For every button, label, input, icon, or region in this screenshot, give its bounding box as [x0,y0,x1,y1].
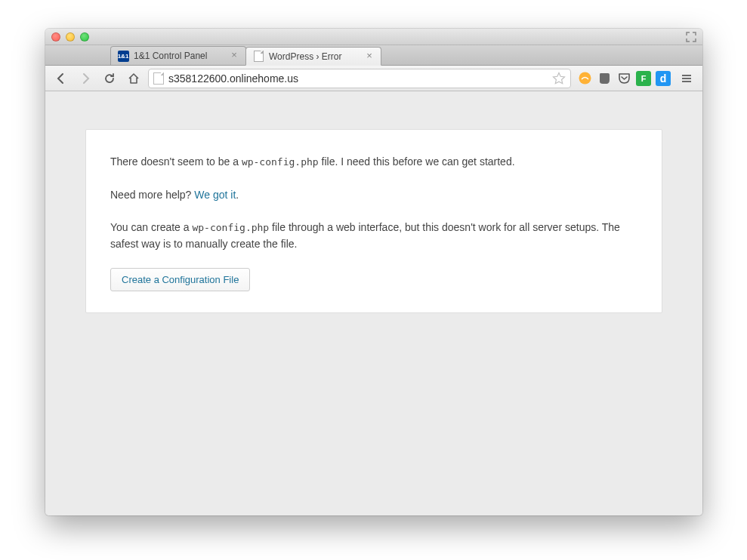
window-titlebar [45,29,702,45]
tab-title: WordPress › Error [269,51,360,62]
tab-wordpress-error[interactable]: WordPress › Error × [245,47,381,66]
favicon-1and1-icon: 1&1 [117,50,129,62]
back-button[interactable] [51,69,71,88]
pocket-extension-icon[interactable] [616,71,631,86]
text-segment: Need more help? [110,189,194,201]
hover-extension-icon[interactable] [577,71,592,86]
close-tab-icon[interactable]: × [229,51,239,61]
forward-button[interactable] [76,69,95,88]
help-link[interactable]: We got it [194,189,236,201]
window-minimize-button[interactable] [66,32,75,42]
evernote-extension-icon[interactable] [597,71,612,86]
error-message-missing-config: There doesn't seem to be a wp-config.php… [110,154,637,171]
text-segment: . [236,189,239,201]
browser-window: 1&1 1&1 Control Panel × WordPress › Erro… [45,29,702,515]
tab-strip: 1&1 1&1 Control Panel × WordPress › Erro… [45,45,702,66]
home-button[interactable] [124,69,144,88]
window-maximize-button[interactable] [80,32,89,42]
text-segment: file. I need this before we can get star… [319,155,515,168]
fullscreen-icon[interactable] [686,32,696,42]
code-filename: wp-config.php [242,156,319,168]
tab-title: 1&1 Control Panel [134,51,224,61]
address-bar[interactable] [148,69,571,88]
help-prompt: Need more help? We got it. [110,187,637,204]
site-page-icon [153,72,164,85]
create-config-button[interactable]: Create a Configuration File [110,268,250,291]
feedly-extension-icon[interactable]: F [636,71,651,86]
window-close-button[interactable] [51,32,60,42]
reload-button[interactable] [100,69,119,88]
page-viewport[interactable]: There doesn't seem to be a wp-config.php… [45,91,702,515]
favicon-page-icon [252,51,264,63]
diigo-extension-icon[interactable]: d [656,71,671,86]
text-segment: You can create a [110,221,192,233]
extension-icons: F d [576,71,672,86]
bookmark-star-icon[interactable] [552,72,566,85]
chrome-menu-button[interactable] [677,69,696,88]
browser-toolbar: F d [45,66,702,91]
text-segment: There doesn't seem to be a [110,155,242,168]
tab-1and1-control-panel[interactable]: 1&1 1&1 Control Panel × [110,46,246,65]
svg-point-0 [579,72,591,85]
close-tab-icon[interactable]: × [364,51,375,62]
instructions-text: You can create a wp-config.php file thro… [110,220,637,252]
code-filename: wp-config.php [192,222,269,233]
wordpress-error-card: There doesn't seem to be a wp-config.php… [85,129,662,313]
url-input[interactable] [168,72,548,85]
